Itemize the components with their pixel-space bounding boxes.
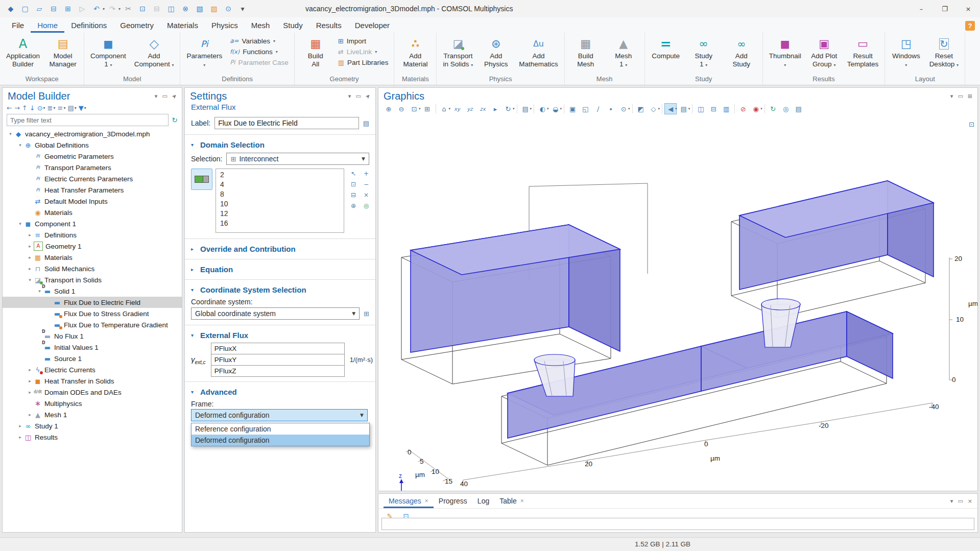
- pin-icon[interactable]: ➤: [171, 92, 179, 101]
- expander-closed-icon[interactable]: ▸: [16, 423, 24, 428]
- close-icon[interactable]: ×: [957, 1, 980, 17]
- mesh-1-button[interactable]: ▲Mesh1 ▾: [605, 34, 642, 75]
- tree-item-solid-1[interactable]: ▾▬DSolid 1: [3, 285, 182, 297]
- zoom-out-icon[interactable]: ⊖: [395, 103, 408, 114]
- cut-icon[interactable]: ✂: [122, 3, 135, 15]
- expander-closed-icon[interactable]: ▸: [26, 244, 34, 249]
- go-forward-icon[interactable]: →: [14, 104, 20, 112]
- flux-component-input[interactable]: [211, 343, 345, 354]
- coordinate-system-combo[interactable]: Global coordinate system ▼: [191, 307, 360, 320]
- chevron-down-icon[interactable]: ▾: [53, 106, 55, 110]
- chevron-down-icon[interactable]: ▾: [419, 107, 421, 111]
- thum-bnail-button[interactable]: ◼Thumbnail▾: [766, 34, 805, 75]
- section-external-flux[interactable]: ▾ External Flux: [185, 329, 375, 342]
- select-points-icon[interactable]: ∙: [605, 103, 617, 114]
- tree-item-definitions[interactable]: ▸≡Definitions: [3, 229, 182, 241]
- expander-open-icon[interactable]: ▾: [26, 277, 34, 282]
- expander-open-icon[interactable]: ▾: [7, 131, 14, 136]
- chevron-down-icon[interactable]: ▾: [513, 107, 515, 111]
- chevron-down-icon[interactable]: ▾: [560, 107, 562, 111]
- domain-selection-list[interactable]: 248101216: [216, 169, 344, 233]
- menu-tab-geometry[interactable]: Geometry: [113, 19, 160, 33]
- tree-item-multiphysics[interactable]: ∗Multiphysics: [3, 398, 182, 409]
- chevron-down-icon[interactable]: ▾: [760, 107, 762, 111]
- move-up-icon[interactable]: ↑: [22, 104, 28, 112]
- tree-item-heat-transfer-in-solids[interactable]: ▸◼Heat Transfer in Solids: [3, 375, 182, 387]
- section-equation[interactable]: ▸ Equation: [185, 263, 375, 276]
- reset-desktop-button[interactable]: ↻ResetDesktop ▾: [925, 34, 962, 75]
- help-icon[interactable]: ?: [965, 21, 975, 31]
- messages-content[interactable]: [381, 518, 974, 530]
- panel-menu-icon[interactable]: ▾: [950, 498, 953, 505]
- add-physics-button[interactable]: ⊛AddPhysics: [477, 34, 514, 75]
- domain-item[interactable]: 4: [216, 180, 344, 189]
- tree-item-mesh-1[interactable]: ▸▲Mesh 1: [3, 409, 182, 420]
- copy-icon[interactable]: ⊡: [136, 3, 149, 15]
- split-vertical-icon[interactable]: ⊟: [707, 103, 720, 114]
- expander-closed-icon[interactable]: ▸: [26, 412, 34, 417]
- go-back-icon[interactable]: ←: [7, 104, 12, 112]
- add-material-button[interactable]: ∴AddMaterial: [397, 34, 434, 75]
- chevron-down-icon[interactable]: ▾: [530, 107, 532, 111]
- tree-item-electric-currents-parameters[interactable]: PiElectric Currents Parameters: [3, 173, 182, 184]
- compute-button[interactable]: =Compute: [648, 34, 684, 75]
- panel-menu-icon[interactable]: ▾: [155, 93, 158, 100]
- copy-selection-icon[interactable]: ⊡: [347, 179, 360, 189]
- tree-item-source-1[interactable]: ▬Source 1: [3, 353, 182, 364]
- delete-icon[interactable]: ⊗: [179, 3, 192, 15]
- filter-input[interactable]: [7, 114, 169, 126]
- tree-item-default-model-inputs[interactable]: ⇄Default Model Inputs: [3, 196, 182, 207]
- study-1-button[interactable]: ∞Study1 ▾: [685, 34, 722, 75]
- update-plot-icon[interactable]: ↻: [767, 103, 779, 114]
- result-templates-button[interactable]: ▭ResultTemplates: [844, 34, 882, 75]
- float-panel-icon[interactable]: ▭: [162, 93, 167, 100]
- tree-item-no-flux-1[interactable]: ▬DNo Flux 1: [3, 330, 182, 342]
- expand-all-icon[interactable]: ≣: [47, 104, 53, 112]
- close-tab-icon[interactable]: ×: [425, 497, 428, 505]
- expander-open-icon[interactable]: ▾: [16, 221, 24, 226]
- tree-item-domain-odes-and-daes[interactable]: ▸d/dtDomain ODEs and DAEs: [3, 387, 182, 398]
- windows-button[interactable]: ◳Windows▾: [888, 34, 924, 75]
- section-advanced[interactable]: ▾ Advanced: [185, 386, 375, 398]
- move-down-icon[interactable]: ↓: [30, 104, 35, 112]
- domain-item[interactable]: 16: [216, 219, 344, 228]
- chevron-down-icon[interactable]: ▾: [628, 107, 630, 111]
- domain-item[interactable]: 2: [216, 170, 344, 180]
- transport-in-solids-button[interactable]: ◪Transportin Solids ▾: [439, 34, 476, 75]
- tree-item-flux-due-to-electric-field[interactable]: ▬Flux Due to Electric Field: [3, 297, 182, 308]
- tree-item-geometry-1[interactable]: ▸AGeometry 1: [3, 241, 182, 252]
- chevron-down-icon[interactable]: ▾: [118, 7, 121, 11]
- expander-closed-icon[interactable]: ▸: [26, 367, 34, 372]
- maximize-panel-icon[interactable]: ⊞: [968, 93, 972, 100]
- first-person-icon[interactable]: ▸: [489, 103, 501, 114]
- expander-closed-icon[interactable]: ▸: [26, 266, 34, 271]
- selection-combo[interactable]: ⊞ Interconnect ▼: [226, 153, 369, 165]
- label-input[interactable]: [214, 117, 359, 129]
- panel-menu-icon[interactable]: ▾: [348, 93, 351, 100]
- tree-item-materials[interactable]: ◉Materials: [3, 207, 182, 218]
- view-xy-icon[interactable]: xy: [451, 103, 463, 114]
- frame-combo[interactable]: Deformed configuration ▼: [191, 409, 368, 421]
- transparency-icon[interactable]: ◩: [635, 103, 647, 114]
- build-mesh-button[interactable]: ▦BuildMesh: [567, 34, 604, 75]
- add-study-button[interactable]: ∞AddStudy: [723, 34, 760, 75]
- select-domains-icon[interactable]: ▣: [566, 103, 579, 114]
- expander-closed-icon[interactable]: ▸: [26, 378, 34, 384]
- menu-tab-file[interactable]: File: [5, 19, 31, 33]
- tab-progress[interactable]: Progress: [434, 495, 472, 508]
- chevron-down-icon[interactable]: ▾: [63, 106, 65, 110]
- chevron-down-icon[interactable]: ▾: [547, 107, 549, 111]
- menu-tab-study[interactable]: Study: [276, 19, 309, 33]
- pin-icon[interactable]: ➤: [364, 92, 372, 101]
- section-coordinate-system[interactable]: ▾ Coordinate System Selection: [185, 283, 375, 296]
- model-manager-button[interactable]: ▤ModelManager: [44, 34, 81, 75]
- menu-tab-definitions[interactable]: Definitions: [64, 19, 113, 33]
- frame-option[interactable]: Reference configuration: [192, 423, 369, 435]
- menu-tab-home[interactable]: Home: [31, 19, 64, 33]
- tree-item-component-1[interactable]: ▾◼Component 1: [3, 218, 182, 229]
- tree-item-flux-due-to-stress-gradient[interactable]: ▬Flux Due to Stress Gradient: [3, 308, 182, 319]
- menu-tab-mesh[interactable]: Mesh: [245, 19, 277, 33]
- chevron-down-icon[interactable]: ▾: [84, 106, 86, 110]
- select-box-icon[interactable]: ▧: [193, 3, 206, 15]
- float-panel-icon[interactable]: ▭: [958, 498, 963, 505]
